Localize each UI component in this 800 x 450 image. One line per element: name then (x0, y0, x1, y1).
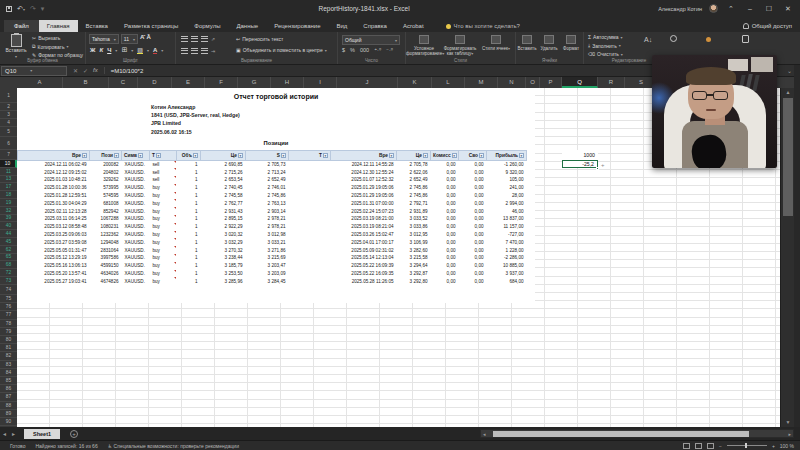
table-cell[interactable]: 9 320,00 (487, 168, 527, 176)
table-cell[interactable]: XAUUSD. (122, 223, 150, 231)
table-cell[interactable]: 2025.02.24 15:07:23 (331, 207, 397, 215)
table-header-7[interactable]: Т▾ (289, 151, 331, 161)
tab-данные[interactable]: Данные (228, 20, 266, 32)
font-family-select[interactable]: Tahoma▾ (89, 34, 119, 44)
cell-styles-button[interactable]: Стили ячеек▾ (478, 33, 514, 51)
expand-formula-bar-icon[interactable]: ⌄ (787, 67, 792, 74)
autosum-button[interactable]: ΣАвтосумма▾ (588, 34, 623, 40)
table-cell[interactable]: 2025.05.09 02:31:02 (331, 246, 397, 254)
table-cell[interactable]: 2025.05.22 16:09:35 (331, 270, 397, 278)
table-cell[interactable]: 0,00 (431, 176, 459, 184)
table-cell[interactable]: 3 033,52 (397, 215, 431, 223)
row-header-84[interactable]: 84 (0, 369, 17, 377)
table-cell[interactable]: 28,00 (487, 192, 527, 200)
borders-icon[interactable]: ⊞ (121, 46, 127, 54)
table-cell[interactable]: 1 (177, 184, 201, 192)
table-cell[interactable]: 3 033,86 (397, 223, 431, 231)
table-cell[interactable]: 1 (177, 277, 201, 285)
table-cell[interactable]: 2025.02.11 12:13:28 (18, 207, 90, 215)
table-cell[interactable]: XAUUSD. (122, 176, 150, 184)
column-header-Q[interactable]: Q (562, 77, 598, 88)
row-header-85[interactable]: 85 (0, 377, 17, 385)
insert-cells-button[interactable]: Вставить (516, 33, 538, 51)
paste-button[interactable]: Вставить▾ (4, 34, 28, 59)
table-cell[interactable]: 3 020,32 (201, 231, 246, 239)
scroll-down-icon[interactable]: ▼ (781, 418, 795, 427)
table-cell[interactable]: 2025.05.27 19:03:41 (18, 277, 90, 285)
indent-icon[interactable]: ⇥ (211, 48, 215, 54)
wrap-text-button[interactable]: ↩Переносить текст (236, 36, 283, 42)
table-cell[interactable]: 3 282,60 (397, 246, 431, 254)
table-cell[interactable]: buy (150, 277, 177, 285)
table-cell[interactable]: 3 294,64 (397, 262, 431, 270)
table-cell[interactable]: 1 (177, 262, 201, 270)
table-cell[interactable]: sell (150, 168, 177, 176)
table-cell[interactable]: buy (150, 215, 177, 223)
row-header-62[interactable]: 62 (0, 246, 17, 254)
row-header-4[interactable]: 4 (0, 119, 17, 127)
table-cell[interactable]: XAUUSD. (122, 161, 150, 169)
table-cell[interactable]: 2025.05.22 16:09:39 (331, 262, 397, 270)
table-cell[interactable]: 0,00 (431, 270, 459, 278)
filter-dropdown-icon[interactable]: ▾ (389, 153, 394, 158)
table-cell[interactable]: 2 622,06 (397, 168, 431, 176)
row-header-39[interactable]: 39 (0, 215, 17, 223)
table-cell[interactable]: 574595 (90, 192, 122, 200)
filter-dropdown-icon[interactable]: ▾ (193, 153, 198, 158)
row-header-7[interactable]: 7 (0, 150, 17, 160)
table-cell[interactable]: 4634026 (90, 270, 122, 278)
table-cell[interactable]: 2 715,26 (201, 168, 246, 176)
align-top-icon[interactable] (181, 36, 188, 42)
row-header-78[interactable]: 78 (0, 320, 17, 328)
table-cell[interactable]: 2025.01.03 10:48:21 (18, 176, 90, 184)
table-cell[interactable]: buy (150, 192, 177, 200)
table-cell[interactable]: 3 203,47 (246, 262, 289, 270)
table-cell[interactable]: 3 185,79 (201, 262, 246, 270)
column-header-G[interactable]: G (238, 77, 271, 88)
table-cell[interactable] (289, 231, 331, 239)
table-cell[interactable]: 2025.03.11 06:14:25 (18, 215, 90, 223)
row-header-82[interactable]: 82 (0, 352, 17, 360)
table-cell[interactable]: 0,00 (459, 254, 487, 262)
table-cell[interactable]: buy (150, 262, 177, 270)
row-header-88[interactable]: 88 (0, 402, 17, 410)
font-size-select[interactable]: 11▾ (121, 34, 138, 44)
table-cell[interactable]: -2 286,00 (487, 254, 527, 262)
fill-color-icon[interactable]: ▨ (137, 46, 143, 54)
table-cell[interactable]: 2025.05.28 11:26:05 (331, 277, 397, 285)
table-cell[interactable]: 3 012,95 (397, 231, 431, 239)
table-cell[interactable]: 4599150 (90, 262, 122, 270)
table-cell[interactable]: XAUUSD. (122, 192, 150, 200)
accessibility-status[interactable]: ♿ Специальные возможности: проверьте рек… (108, 443, 239, 449)
table-cell[interactable]: 2 705,78 (397, 161, 431, 169)
table-cell[interactable]: 2025.05.05 01:31:47 (18, 246, 90, 254)
table-cell[interactable]: 573995 (90, 184, 122, 192)
table-cell[interactable] (289, 184, 331, 192)
analyze-data-icon[interactable] (742, 35, 749, 43)
sheet-tab-active[interactable]: Sheet1 (24, 429, 60, 439)
tab-формулы[interactable]: Формулы (186, 20, 228, 32)
table-cell[interactable]: 2 978,21 (246, 215, 289, 223)
table-cell[interactable]: buy (150, 231, 177, 239)
column-header-H[interactable]: H (271, 77, 304, 88)
row-header-40[interactable]: 40 (0, 222, 17, 230)
table-cell[interactable]: 0,00 (459, 199, 487, 207)
table-cell[interactable] (289, 207, 331, 215)
cut-button[interactable]: ✂Вырезать (32, 35, 83, 41)
table-cell[interactable]: 3 271,86 (246, 246, 289, 254)
tab-вид[interactable]: Вид (329, 20, 356, 32)
table-cell[interactable]: XAUUSD. (122, 262, 150, 270)
table-header-3[interactable]: Т▾ (150, 151, 177, 161)
row-header-32[interactable]: 32 (0, 207, 17, 215)
filter-dropdown-icon[interactable]: ▾ (452, 153, 457, 158)
table-cell[interactable]: 2024.12.30 12:55:24 (331, 168, 397, 176)
percent-icon[interactable]: % (350, 47, 355, 53)
table-cell[interactable]: 1 (177, 192, 201, 200)
comma-icon[interactable]: 000 (360, 47, 369, 53)
table-cell[interactable]: 4674826 (90, 277, 122, 285)
horizontal-scroll-thumb[interactable] (493, 431, 749, 437)
decrease-decimal-icon[interactable]: ⁻·⁰ (386, 47, 393, 53)
table-cell[interactable]: 0,00 (459, 215, 487, 223)
table-cell[interactable]: 3 215,58 (397, 254, 431, 262)
align-center-icon[interactable] (191, 48, 198, 54)
